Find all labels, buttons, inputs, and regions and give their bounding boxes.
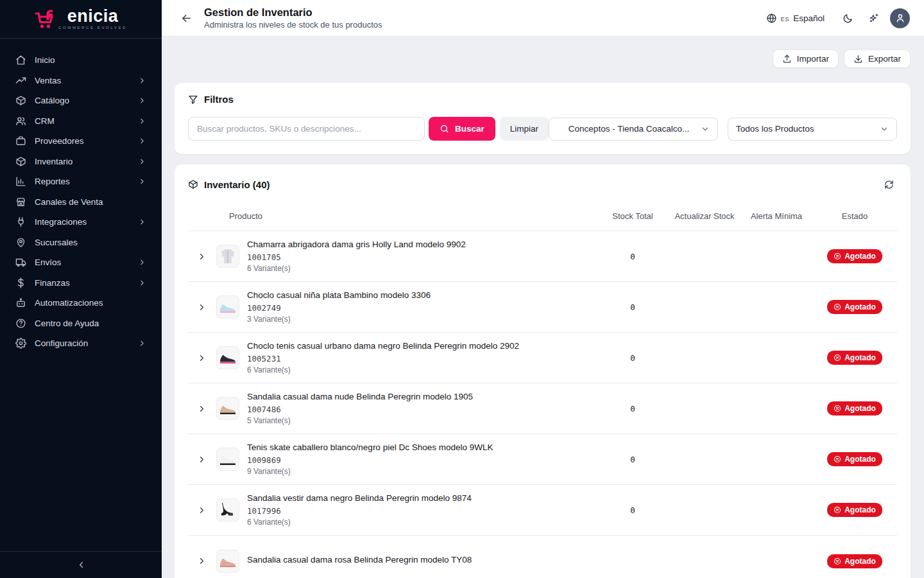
stock-total-value: 0 [630, 252, 635, 261]
sidebar-item-label: Inicio [35, 55, 55, 65]
back-button[interactable] [177, 9, 195, 27]
status-label: Agotado [844, 353, 876, 362]
bar-chart-icon [15, 176, 26, 187]
gear-icon [15, 338, 26, 349]
product-image [216, 397, 239, 420]
sidebar-item-label: Catálogo [35, 96, 69, 105]
sidebar-item-proveedores[interactable]: Proveedores [0, 131, 162, 152]
sparkles-icon [868, 13, 879, 24]
column-header-estado: Estado [812, 211, 897, 221]
sidebar-item-finanzas[interactable]: Finanzas [0, 273, 162, 293]
user-avatar[interactable] [890, 8, 910, 28]
store-dropdown[interactable]: Conceptos - Tienda Coacalco... [549, 118, 718, 141]
product-sku: 1017996 [247, 506, 472, 516]
export-button[interactable]: Exportar [844, 49, 911, 68]
topbar: Gestion de Inventario Administra los niv… [162, 0, 924, 37]
import-button[interactable]: Importar [773, 49, 839, 68]
refresh-button[interactable] [880, 176, 897, 193]
trending-up-icon [15, 75, 26, 86]
chevron-right-icon [197, 505, 207, 515]
product-dropdown-value: Todos los Productos [736, 124, 880, 134]
table-row: Tenis skate caballero blanco/negro piel … [188, 434, 897, 485]
inventory-table: Producto Stock Total Actualizar Stock Al… [188, 202, 897, 578]
sidebar-item-label: Inventario [35, 157, 73, 166]
product-name: Sandalia casual dama nude Belinda Peregr… [247, 392, 473, 402]
inventory-card: Inventario (40) Producto Stock Total Act… [175, 164, 911, 578]
sidebar-item-label: Reportes [35, 177, 70, 186]
product-variants: 6 Variante(s) [247, 365, 519, 374]
table-row: Choclo casual niña plata Bambino modelo … [188, 282, 897, 333]
circle-x-icon [834, 455, 841, 463]
chevron-left-icon [76, 560, 86, 570]
table-row: Choclo tenis casual urbano dama negro Be… [188, 333, 897, 383]
plug-icon [15, 216, 26, 227]
expand-row-button[interactable] [193, 400, 210, 417]
product-image [216, 245, 239, 268]
chevron-down-icon [880, 125, 889, 134]
column-header-actualizar-stock: Actualizar Stock [669, 211, 740, 222]
chevron-right-icon [138, 258, 146, 267]
stock-total-value: 0 [630, 353, 635, 363]
truck-icon [15, 257, 26, 268]
sidebar-item-configuracion[interactable]: Configuración [0, 333, 162, 354]
chevron-right-icon [138, 218, 146, 226]
sidebar-item-ventas[interactable]: Ventas [0, 71, 162, 91]
sidebar-item-inicio[interactable]: Inicio [0, 50, 162, 71]
expand-row-button[interactable] [193, 502, 210, 518]
page-title: Gestion de Inventario [204, 6, 382, 19]
ai-assistant-button[interactable] [863, 8, 884, 28]
language-code: ES [781, 15, 790, 22]
sidebar-item-centro-de-ayuda[interactable]: Centro de Ayuda [0, 313, 162, 334]
product-image [216, 550, 239, 573]
sidebar-item-label: Envíos [35, 258, 61, 267]
expand-row-button[interactable] [193, 349, 210, 366]
chevron-right-icon [138, 339, 146, 347]
brand-logo[interactable]: enicia Commerce Evolved [0, 0, 162, 39]
sidebar-item-label: Sucursales [35, 238, 78, 247]
circle-x-icon [834, 252, 841, 260]
expand-row-button[interactable] [193, 299, 210, 315]
moon-icon [843, 13, 853, 24]
status-badge: Agotado [827, 554, 882, 568]
sidebar-collapse-button[interactable] [0, 551, 162, 578]
main-content: Importar Exportar Filtros Buscar Limpiar… [162, 37, 924, 578]
table-row: Sandalia casual dama nude Belinda Peregr… [188, 383, 897, 434]
search-button[interactable]: Buscar [429, 117, 495, 141]
product-filter-dropdown[interactable]: Todos los Productos [728, 118, 897, 141]
clear-filters-button[interactable]: Limpiar [500, 117, 549, 141]
circle-x-icon [834, 354, 841, 362]
package-icon [15, 156, 26, 167]
chevron-right-icon [197, 556, 207, 566]
expand-row-button[interactable] [193, 553, 210, 570]
expand-row-button[interactable] [193, 451, 210, 468]
sidebar-item-canales-de-venta[interactable]: Canales de Venta [0, 192, 162, 213]
product-variants: 6 Variante(s) [247, 518, 472, 527]
chevron-right-icon [138, 177, 146, 186]
filters-title: Filtros [204, 94, 234, 105]
sidebar-item-integraciones[interactable]: Integraciones [0, 212, 162, 232]
sidebar-item-crm[interactable]: CRM [0, 111, 162, 132]
table-header-row: Producto Stock Total Actualizar Stock Al… [188, 202, 897, 231]
circle-x-icon [834, 506, 841, 514]
sidebar-item-inventario[interactable]: Inventario [0, 152, 162, 172]
sidebar-item-catalogo[interactable]: Catálogo [0, 91, 162, 111]
chevron-right-icon [138, 76, 146, 85]
sidebar-item-sucursales[interactable]: Sucursales [0, 232, 162, 253]
store-dropdown-value: Conceptos - Tienda Coacalco... [557, 124, 701, 134]
product-sku: 1002749 [247, 303, 431, 313]
product-name: Sandalia casual dama rosa Belinda Peregr… [247, 555, 472, 565]
search-input[interactable] [188, 117, 425, 141]
search-icon [440, 124, 449, 134]
sidebar-item-automatizaciones[interactable]: Automatizaciones [0, 293, 162, 313]
table-row: Sandalia casual dama rosa Belinda Peregr… [188, 536, 897, 578]
chevron-right-icon [197, 302, 207, 312]
language-selector[interactable]: ES Español [766, 13, 825, 24]
expand-row-button[interactable] [193, 248, 210, 265]
sidebar-item-reportes[interactable]: Reportes [0, 171, 162, 192]
product-sku: 1005231 [247, 354, 519, 363]
dark-mode-toggle[interactable] [837, 8, 858, 28]
product-variants: 3 Variante(s) [247, 315, 431, 324]
bot-icon [15, 297, 26, 308]
sidebar-item-envios[interactable]: Envíos [0, 252, 162, 273]
stock-total-value: 0 [630, 302, 635, 312]
